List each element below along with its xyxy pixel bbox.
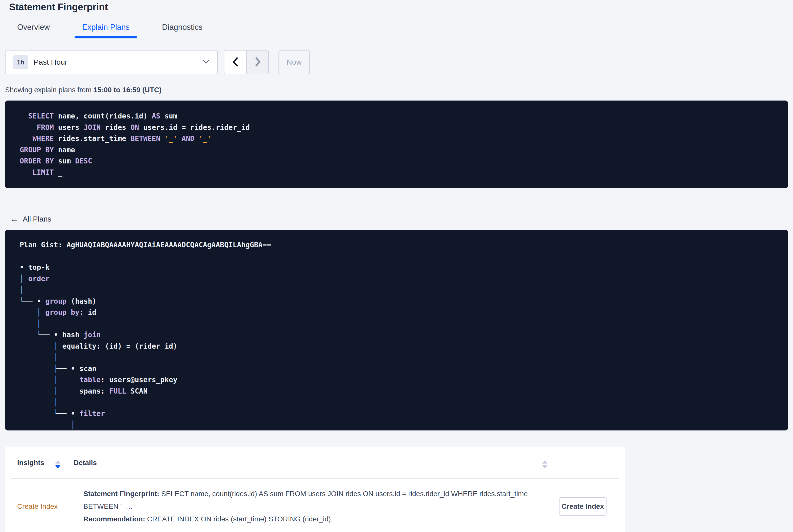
recommendation-text: CREATE INDEX ON rides (start_time) STORI… <box>145 515 333 523</box>
next-time-button[interactable] <box>246 51 268 74</box>
sort-asc-icon <box>55 460 60 463</box>
code-line: │ spans: FULL SCAN <box>20 386 783 397</box>
chevron-down-icon <box>202 59 210 65</box>
code-line: │ <box>20 397 783 408</box>
code-line: └── • group (hash) <box>20 296 783 307</box>
code-line: • top-k <box>20 262 783 273</box>
code-line: Plan Gist: AgHUAQIABQAAAAHYAQIAiAEAAAADC… <box>20 240 783 251</box>
page-title: Statement Fingerprint <box>9 1 788 13</box>
statement-fingerprint-page: Statement Fingerprint Overview Explain P… <box>0 1 793 532</box>
back-arrow-icon: ← <box>10 215 19 223</box>
code-line: WHERE rides.start_time BETWEEN '_' AND '… <box>20 133 783 145</box>
prev-time-button[interactable] <box>224 51 246 74</box>
time-range-select[interactable]: 1h Past Hour <box>5 50 218 74</box>
all-plans-back-link[interactable]: ← All Plans <box>10 215 51 223</box>
tab-bar: Overview Explain Plans Diagnostics <box>5 23 788 38</box>
showing-prefix: Showing explain plans from <box>5 86 94 94</box>
tab-diagnostics[interactable]: Diagnostics <box>162 23 203 38</box>
time-range-label: Past Hour <box>34 58 67 66</box>
insight-fingerprint-line: Statement Fingerprint: SELECT name, coun… <box>83 488 541 513</box>
column-header-insights[interactable]: Insights <box>17 459 44 471</box>
section-divider <box>5 204 788 204</box>
recommendation-label: Recommendation: <box>83 515 145 523</box>
code-line: └── • filter <box>20 408 783 420</box>
sort-desc-icon <box>542 465 547 469</box>
fingerprint-label: Statement Fingerprint: <box>83 490 159 498</box>
sort-desc-icon <box>55 465 60 469</box>
tab-explain-plans[interactable]: Explain Plans <box>82 23 130 38</box>
time-controls: 1h Past Hour Now <box>5 50 788 74</box>
code-line: │ <box>20 318 783 330</box>
code-line: ├── • scan <box>20 363 783 375</box>
all-plans-label: All Plans <box>23 215 51 223</box>
column-header-details[interactable]: Details <box>74 459 97 471</box>
code-line <box>20 251 783 262</box>
sort-control-insights[interactable] <box>55 460 60 469</box>
showing-range-text: Showing explain plans from 15:00 to 16:5… <box>5 86 788 94</box>
code-line: │ <box>20 352 783 363</box>
code-line: └── • hash join <box>20 329 783 341</box>
code-line: │ order <box>20 273 783 285</box>
code-line: │ group by: id <box>20 307 783 318</box>
code-line: │ <box>20 419 783 431</box>
insights-table-header: Insights Details <box>5 447 625 471</box>
insight-recommendation-line: Recommendation: CREATE INDEX ON rides (s… <box>83 513 541 526</box>
code-line: ORDER BY sum DESC <box>20 156 783 167</box>
create-index-button[interactable]: Create Index <box>559 497 606 516</box>
sql-statement-block: SELECT name, count(rides.id) AS sum FROM… <box>5 100 788 188</box>
chevron-right-icon <box>253 56 262 68</box>
sort-asc-icon <box>542 460 547 463</box>
insights-table-card: Insights Details Create Index Statement … <box>5 447 625 532</box>
code-line: │ <box>20 284 783 296</box>
code-line: GROUP BY name <box>20 145 783 156</box>
code-line: │ table: users@users_pkey <box>20 374 783 386</box>
code-line: SELECT name, count(rides.id) AS sum <box>20 111 783 122</box>
insight-details-cell: Statement Fingerprint: SELECT name, coun… <box>83 488 541 526</box>
code-line: │ equality: (id) = (rider_id) <box>20 341 783 352</box>
time-nav-group <box>224 50 269 74</box>
time-range-badge: 1h <box>13 55 28 69</box>
sort-control-details[interactable] <box>542 460 547 469</box>
showing-range-bold: 15:00 to 16:59 (UTC) <box>94 86 162 94</box>
chevron-left-icon <box>231 56 240 68</box>
code-line: LIMIT _ <box>20 167 783 178</box>
insight-action-cell: Create Index <box>541 497 625 516</box>
plan-gist-block: Plan Gist: AgHUAQIABQAAAAHYAQIAiAEAAAADC… <box>5 230 788 431</box>
now-button[interactable]: Now <box>279 50 310 74</box>
insight-table-row: Create Index Statement Fingerprint: SELE… <box>5 479 625 532</box>
code-line: FROM users JOIN rides ON users.id = ride… <box>20 122 783 133</box>
tab-overview[interactable]: Overview <box>17 23 50 38</box>
insight-type-link[interactable]: Create Index <box>17 502 83 511</box>
